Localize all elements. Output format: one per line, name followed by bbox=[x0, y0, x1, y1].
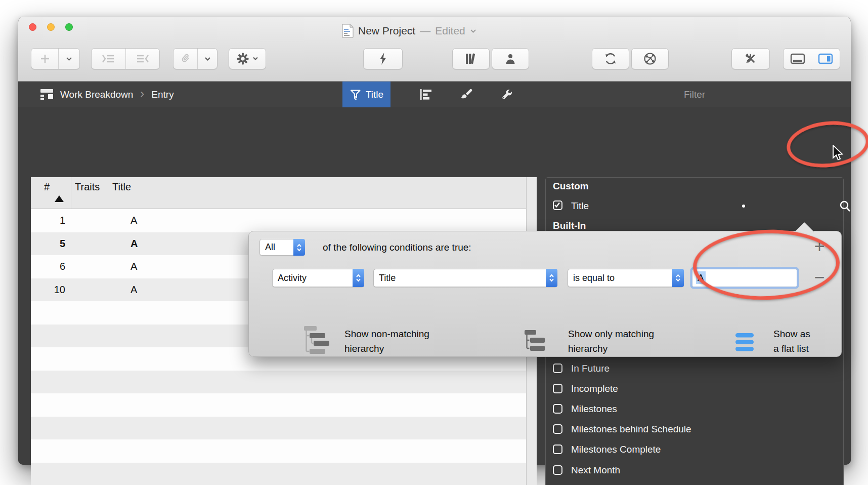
attachment-split-button[interactable] bbox=[173, 48, 218, 69]
brush-icon bbox=[459, 88, 473, 102]
checkbox-unchecked[interactable] bbox=[553, 444, 562, 454]
built-in-filter-label: Milestones behind Schedule bbox=[571, 422, 691, 437]
table-row[interactable] bbox=[31, 417, 526, 440]
assignments-button[interactable] bbox=[492, 48, 529, 69]
column-header-title[interactable]: Title bbox=[112, 181, 131, 193]
catch-up-button[interactable] bbox=[363, 48, 403, 69]
condition-field-select[interactable]: Title bbox=[373, 269, 557, 287]
active-filter-dot bbox=[742, 205, 745, 208]
titlebar[interactable]: New Project — Edited bbox=[18, 17, 851, 46]
checkbox-unchecked[interactable] bbox=[553, 384, 562, 393]
outdent-icon[interactable] bbox=[126, 49, 160, 69]
view-bottom-pane-button[interactable] bbox=[783, 48, 812, 69]
sync-arrows-icon bbox=[604, 52, 617, 65]
resources-button[interactable] bbox=[452, 48, 490, 69]
built-in-filter-row[interactable]: Milestones behind Schedule bbox=[546, 422, 843, 437]
built-in-filter-label: Next Month bbox=[571, 463, 620, 478]
option-line2: hierarchy bbox=[344, 341, 429, 356]
work-breakdown-icon bbox=[40, 88, 54, 101]
view-right-pane-button[interactable] bbox=[811, 48, 840, 69]
filter-tab-label: Title bbox=[366, 89, 383, 100]
breadcrumb[interactable]: Work Breakdown › Entry bbox=[40, 82, 174, 107]
condition-subject-select[interactable]: Activity bbox=[272, 269, 364, 287]
built-in-filter-label: Next Week bbox=[571, 483, 618, 485]
publish-globe-icon-button[interactable] bbox=[631, 48, 669, 69]
sync-button[interactable] bbox=[592, 48, 629, 69]
breadcrumb-root[interactable]: Work Breakdown bbox=[60, 89, 133, 100]
condition-operator-select[interactable]: is equal to bbox=[568, 269, 684, 287]
wrench-icon bbox=[501, 88, 515, 102]
condition-operator-value: is equal to bbox=[568, 273, 672, 284]
filter-tab-active[interactable]: Title bbox=[342, 82, 390, 107]
built-in-filter-label: Milestones bbox=[571, 401, 617, 417]
table-row[interactable] bbox=[31, 393, 526, 417]
view-navbar: Work Breakdown › Entry Title Filter bbox=[18, 82, 851, 107]
edited-status: Edited bbox=[435, 25, 465, 37]
built-in-filter-row[interactable]: Next Week bbox=[546, 483, 843, 485]
add-task-split-button[interactable] bbox=[31, 48, 80, 69]
column-header-number[interactable]: # bbox=[44, 181, 50, 193]
built-in-filter-row[interactable]: Next Month bbox=[546, 463, 843, 478]
table-row[interactable]: 1A bbox=[31, 209, 526, 232]
outline-view-button[interactable] bbox=[415, 82, 437, 107]
built-in-filter-row[interactable]: Milestones Complete bbox=[546, 442, 843, 457]
table-row[interactable] bbox=[31, 439, 526, 463]
option-line1: Show as bbox=[773, 327, 810, 341]
match-type-select[interactable]: All bbox=[259, 239, 305, 256]
close-button[interactable] bbox=[29, 23, 36, 31]
custom-filter-row-title[interactable]: Title bbox=[546, 198, 843, 214]
checkbox-unchecked[interactable] bbox=[553, 363, 562, 373]
checkmark-icon bbox=[553, 201, 561, 209]
built-in-filter-row[interactable]: Milestones bbox=[546, 401, 843, 417]
filter-panel-title: Filter bbox=[545, 82, 844, 107]
row-number: 5 bbox=[31, 232, 65, 256]
title-chevron-down-icon[interactable] bbox=[470, 29, 476, 33]
flat-list-icon bbox=[735, 333, 754, 352]
stepper-chevrons-icon bbox=[353, 269, 364, 287]
minimize-button[interactable] bbox=[47, 23, 55, 31]
table-header[interactable]: # Traits Title bbox=[31, 177, 526, 209]
title-separator: — bbox=[420, 25, 430, 37]
view-right-active-icon bbox=[818, 53, 833, 65]
section-header-built-in: Built-In bbox=[553, 220, 586, 231]
built-in-filter-label: Milestones Complete bbox=[571, 442, 661, 457]
checkbox-unchecked[interactable] bbox=[553, 465, 562, 475]
checkbox-checked[interactable] bbox=[553, 200, 562, 210]
built-in-filter-row[interactable]: In Future bbox=[546, 361, 843, 376]
add-icon[interactable] bbox=[31, 49, 58, 69]
inspector-tools-button[interactable] bbox=[731, 48, 770, 69]
built-in-filter-label: Incomplete bbox=[571, 381, 618, 396]
option-line2: hierarchy bbox=[568, 341, 654, 356]
library-books-icon bbox=[464, 53, 478, 65]
stepper-chevrons-icon bbox=[672, 269, 684, 287]
indent-icon[interactable] bbox=[92, 49, 125, 69]
built-in-filter-row[interactable]: Incomplete bbox=[546, 381, 843, 396]
mouse-cursor bbox=[832, 145, 846, 163]
table-row[interactable] bbox=[31, 463, 526, 485]
paperclip-icon[interactable] bbox=[173, 49, 197, 69]
checkbox-unchecked[interactable] bbox=[553, 424, 562, 434]
row-title: A bbox=[131, 255, 137, 278]
search-filter-icon[interactable] bbox=[838, 199, 852, 214]
row-number: 1 bbox=[31, 209, 65, 232]
checkbox-unchecked[interactable] bbox=[553, 404, 562, 414]
attachment-menu-chevron-icon[interactable] bbox=[198, 49, 217, 69]
style-brush-button[interactable] bbox=[455, 82, 478, 107]
conditions-label: of the following conditions are true: bbox=[323, 239, 471, 256]
table-row[interactable] bbox=[31, 371, 526, 394]
column-header-traits[interactable]: Traits bbox=[75, 181, 100, 193]
row-number: 6 bbox=[31, 255, 65, 278]
funnel-icon bbox=[350, 88, 362, 101]
condition-subject-value: Activity bbox=[273, 273, 353, 284]
option-line1: Show non-matching bbox=[344, 327, 429, 341]
zoom-button[interactable] bbox=[65, 23, 73, 31]
action-gear-button[interactable] bbox=[229, 48, 266, 69]
custom-filter-label: Title bbox=[571, 198, 589, 214]
breadcrumb-current[interactable]: Entry bbox=[151, 89, 173, 100]
add-menu-chevron-icon[interactable] bbox=[59, 49, 79, 69]
indent-outdent-group[interactable] bbox=[91, 48, 160, 69]
configure-wrench-button[interactable] bbox=[497, 82, 519, 107]
option-line1: Show only matching bbox=[568, 327, 654, 341]
window-title: New Project bbox=[358, 25, 415, 37]
breadcrumb-separator: › bbox=[140, 87, 144, 101]
